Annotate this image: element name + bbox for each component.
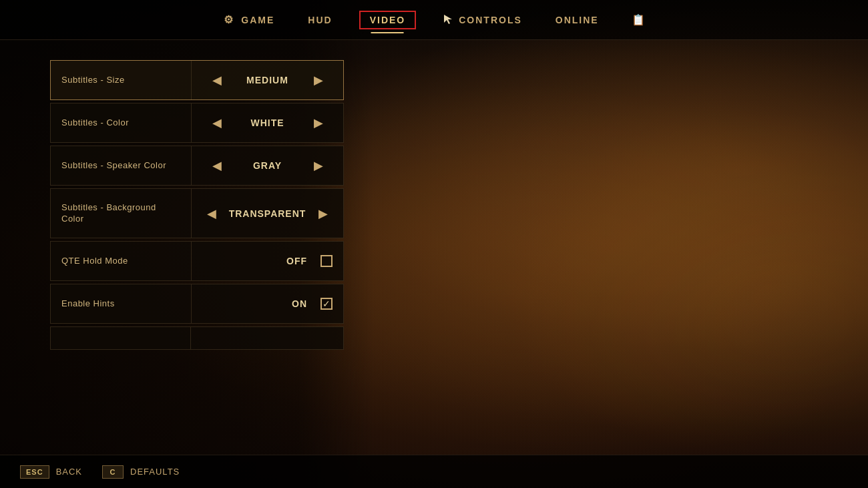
nav-label-game: GAME <box>241 15 274 25</box>
value-qte-hold-mode: Off <box>191 242 343 280</box>
label-subtitles-bg-color: Subtitles - Background Color <box>51 202 191 225</box>
value-subtitles-color: ◀ White ▶ <box>191 103 343 142</box>
nav-item-video[interactable]: VIDEO <box>359 11 417 29</box>
setting-subtitles-color[interactable]: Subtitles - Color ◀ White ▶ <box>50 103 344 143</box>
arrow-left-speaker[interactable]: ◀ <box>210 158 224 173</box>
nav-item-extra[interactable]: 📋 <box>626 10 652 30</box>
nav-item-controls[interactable]: CONTROLS <box>436 10 529 29</box>
label-subtitles-size: Subtitles - Size <box>51 75 191 86</box>
value-text-color: White <box>234 117 301 128</box>
label-qte-hold-mode: QTE Hold Mode <box>51 256 191 267</box>
arrow-right-color[interactable]: ▶ <box>312 115 325 130</box>
label-subtitles-color: Subtitles - Color <box>51 117 191 129</box>
arrow-left-size[interactable]: ◀ <box>210 73 224 87</box>
nav-item-hud[interactable]: HUD <box>301 11 339 29</box>
nav-label-hud: HUD <box>308 15 332 25</box>
defaults-label: Defaults <box>130 467 180 477</box>
extra-icon: 📋 <box>632 13 646 27</box>
defaults-button[interactable]: C Defaults <box>102 465 180 479</box>
checkbox-hints[interactable]: ✓ <box>320 298 333 310</box>
checkmark-icon: ✓ <box>322 298 331 309</box>
value-enable-hints: On ✓ <box>191 284 343 323</box>
setting-subtitles-bg-color[interactable]: Subtitles - Background Color ◀ Transpare… <box>50 188 344 238</box>
setting-subtitles-size[interactable]: Subtitles - Size ◀ Medium ▶ <box>50 60 344 100</box>
setting-enable-hints[interactable]: Enable Hints On ✓ <box>50 284 344 324</box>
value-text-size: Medium <box>234 75 301 85</box>
nav-bar: ⚙ GAME HUD VIDEO CONTROLS ONLINE 📋 <box>0 0 868 40</box>
arrow-left-color[interactable]: ◀ <box>210 115 224 130</box>
nav-label-video: VIDEO <box>370 15 406 25</box>
state-hints: On <box>292 298 307 309</box>
bottom-bar: ESC Back C Defaults <box>0 455 868 488</box>
value-subtitles-bg-color: ◀ Transparent ▶ <box>191 189 343 238</box>
svg-marker-0 <box>444 15 452 24</box>
value-subtitles-size: ◀ Medium ▶ <box>191 61 343 99</box>
arrow-right-speaker[interactable]: ▶ <box>312 158 325 173</box>
game-icon: ⚙ <box>222 13 236 27</box>
partial-right <box>191 327 343 349</box>
arrow-right-bg[interactable]: ▶ <box>316 206 330 221</box>
arrow-left-bg[interactable]: ◀ <box>205 206 218 221</box>
nav-item-game[interactable]: ⚙ GAME <box>216 10 281 30</box>
cursor-icon <box>443 13 453 26</box>
value-subtitles-speaker-color: ◀ Gray ▶ <box>191 146 343 185</box>
value-text-bg: Transparent <box>229 208 306 219</box>
defaults-key-badge: C <box>102 465 124 479</box>
setting-subtitles-speaker-color[interactable]: Subtitles - Speaker Color ◀ Gray ▶ <box>50 146 344 186</box>
nav-label-controls: CONTROLS <box>459 15 522 25</box>
label-enable-hints: Enable Hints <box>51 298 191 310</box>
back-label: Back <box>56 467 82 477</box>
back-key-badge: ESC <box>20 465 49 479</box>
value-text-speaker: Gray <box>234 160 301 171</box>
arrow-right-size[interactable]: ▶ <box>312 73 325 87</box>
checkbox-qte[interactable] <box>320 255 333 267</box>
state-qte: Off <box>286 256 307 266</box>
settings-panel: Subtitles - Size ◀ Medium ▶ Subtitles - … <box>50 60 344 350</box>
back-button[interactable]: ESC Back <box>20 465 82 479</box>
label-subtitles-speaker-color: Subtitles - Speaker Color <box>51 160 191 172</box>
scene-silhouette <box>367 41 868 455</box>
partial-left <box>51 327 191 349</box>
nav-item-online[interactable]: ONLINE <box>549 11 606 29</box>
setting-partial-row <box>50 326 344 350</box>
nav-label-online: ONLINE <box>556 15 599 25</box>
setting-qte-hold-mode[interactable]: QTE Hold Mode Off <box>50 241 344 281</box>
